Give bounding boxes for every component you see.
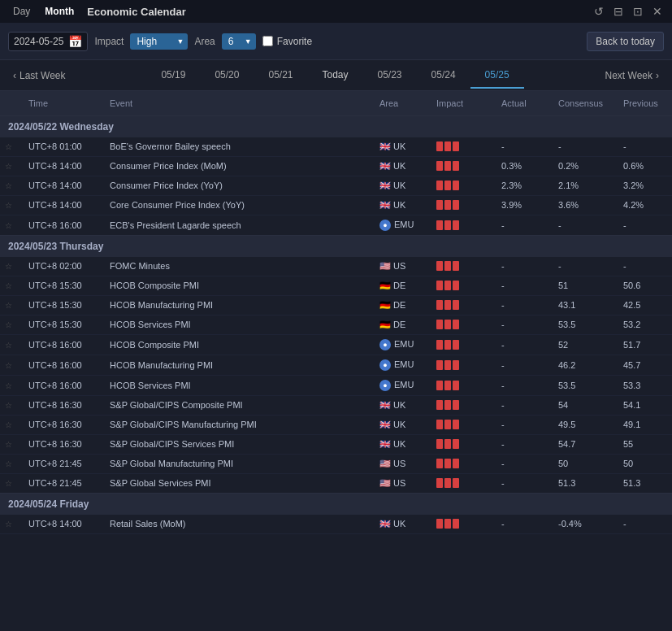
section-header: 2024/05/24 Friday — [0, 493, 672, 515]
impact-cell — [428, 415, 493, 434]
event-cell: BoE's Governor Bailey speech — [102, 137, 371, 157]
app-title: Economic Calendar — [87, 6, 185, 18]
table-row[interactable]: ☆UTC+8 14:00Retail Sales (MoM)🇬🇧 UK--0.4… — [0, 515, 672, 534]
area-cell: 🇬🇧 UK — [371, 156, 428, 176]
impact-cell — [428, 257, 493, 276]
event-cell: FOMC Minutes — [102, 257, 371, 276]
star-cell: ☆ — [0, 257, 20, 276]
previous-cell: 0.6% — [615, 156, 672, 176]
impact-cell — [428, 355, 493, 375]
area-cell: 🇩🇪 DE — [371, 295, 428, 315]
previous-cell: 45.7 — [615, 355, 672, 375]
prev-week-nav[interactable]: ‹ Last Week — [8, 67, 70, 85]
impact-cell — [428, 315, 493, 334]
chevron-right-icon: › — [656, 70, 659, 81]
close-button[interactable]: ✕ — [649, 5, 665, 18]
time-cell: UTC+8 16:30 — [20, 415, 102, 434]
event-cell: Core Consumer Price Index (YoY) — [102, 195, 371, 215]
date-tab-0520[interactable]: 05/20 — [200, 63, 254, 89]
title-bar-controls: ↺ ⊟ ⊡ ✕ — [591, 5, 665, 18]
date-picker[interactable]: 2024-05-25 📅 — [8, 32, 88, 51]
impact-cell — [428, 295, 493, 315]
actual-cell: 3.9% — [493, 195, 550, 215]
minimize-button[interactable]: ⊟ — [610, 5, 626, 18]
actual-cell: 0.3% — [493, 156, 550, 176]
date-tab-0525[interactable]: 05/25 — [470, 63, 524, 89]
table-row[interactable]: ☆UTC+8 16:00HCOB Composite PMI●EMU-5251.… — [0, 334, 672, 355]
star-cell: ☆ — [0, 454, 20, 473]
table-row[interactable]: ☆UTC+8 14:00Consumer Price Index (YoY)🇬🇧… — [0, 176, 672, 195]
actual-cell: - — [493, 415, 550, 434]
toolbar: 2024-05-25 📅 Impact High Medium Low Area… — [0, 23, 672, 60]
col-star — [0, 91, 20, 115]
previous-cell: 42.5 — [615, 295, 672, 315]
area-select[interactable]: 6 All — [222, 33, 256, 50]
table-row[interactable]: ☆UTC+8 14:00Consumer Price Index (MoM)🇬🇧… — [0, 156, 672, 176]
table-row[interactable]: ☆UTC+8 01:00BoE's Governor Bailey speech… — [0, 137, 672, 157]
table-row[interactable]: ☆UTC+8 15:30HCOB Manufacturing PMI🇩🇪 DE-… — [0, 295, 672, 315]
table-row[interactable]: ☆UTC+8 16:00HCOB Services PMI●EMU-53.553… — [0, 375, 672, 395]
time-cell: UTC+8 15:30 — [20, 315, 102, 334]
star-cell: ☆ — [0, 375, 20, 395]
date-tab-0521[interactable]: 05/21 — [254, 63, 307, 89]
tab-month[interactable]: Month — [38, 4, 80, 19]
area-cell: ●EMU — [371, 375, 428, 395]
actual-cell: 2.3% — [493, 176, 550, 195]
impact-select[interactable]: High Medium Low — [130, 33, 188, 50]
date-tab-0523[interactable]: 05/23 — [363, 63, 417, 89]
time-cell: UTC+8 14:00 — [20, 156, 102, 176]
time-cell: UTC+8 21:45 — [20, 473, 102, 493]
table-row[interactable]: ☆UTC+8 16:00HCOB Manufacturing PMI●EMU-4… — [0, 355, 672, 375]
date-tab-0524[interactable]: 05/24 — [417, 63, 470, 89]
table-row[interactable]: ☆UTC+8 16:30S&P Global/CIPS Services PMI… — [0, 434, 672, 454]
impact-select-wrapper: High Medium Low — [130, 33, 188, 50]
previous-cell: 4.2% — [615, 195, 672, 215]
maximize-button[interactable]: ⊡ — [630, 5, 646, 18]
consensus-cell: 50 — [550, 454, 615, 473]
prev-week-label: Last Week — [20, 70, 65, 81]
economic-calendar-table: Time Event Area Impact Actual Consensus … — [0, 91, 672, 534]
favorite-checkbox-label[interactable]: Favorite — [262, 36, 312, 47]
section-header: 2024/05/22 Wednesday — [0, 115, 672, 137]
consensus-cell: 52 — [550, 334, 615, 355]
star-cell: ☆ — [0, 473, 20, 493]
actual-cell: - — [493, 137, 550, 157]
impact-cell — [428, 276, 493, 295]
actual-cell: - — [493, 257, 550, 276]
date-tab-0519[interactable]: 05/19 — [146, 63, 200, 89]
tab-day[interactable]: Day — [7, 4, 37, 19]
actual-cell: - — [493, 434, 550, 454]
consensus-cell: 53.5 — [550, 375, 615, 395]
time-cell: UTC+8 14:00 — [20, 195, 102, 215]
actual-cell: - — [493, 515, 550, 534]
event-cell: HCOB Services PMI — [102, 315, 371, 334]
back-to-today-button[interactable]: Back to today — [587, 32, 664, 51]
area-cell: ●EMU — [371, 355, 428, 375]
table-row[interactable]: ☆UTC+8 21:45S&P Global Services PMI🇺🇸 US… — [0, 473, 672, 493]
next-week-nav[interactable]: Next Week › — [600, 67, 664, 85]
table-row[interactable]: ☆UTC+8 15:30HCOB Composite PMI🇩🇪 DE-5150… — [0, 276, 672, 295]
table-row[interactable]: ☆UTC+8 16:30S&P Global/CIPS Composite PM… — [0, 395, 672, 415]
favorite-label: Favorite — [277, 36, 312, 47]
actual-cell: - — [493, 454, 550, 473]
rotate-button[interactable]: ↺ — [591, 5, 607, 18]
view-tabs: Day Month — [7, 4, 80, 19]
area-cell: 🇩🇪 DE — [371, 315, 428, 334]
table-row[interactable]: ☆UTC+8 14:00Core Consumer Price Index (Y… — [0, 195, 672, 215]
col-previous: Previous — [615, 91, 672, 115]
star-cell: ☆ — [0, 176, 20, 195]
area-cell: 🇬🇧 UK — [371, 515, 428, 534]
date-tab-today[interactable]: Today — [307, 63, 362, 89]
table-row[interactable]: ☆UTC+8 16:00ECB's President Lagarde spee… — [0, 215, 672, 235]
table-row[interactable]: ☆UTC+8 02:00FOMC Minutes🇺🇸 US--- — [0, 257, 672, 276]
table-row[interactable]: ☆UTC+8 16:30S&P Global/CIPS Manufacturin… — [0, 415, 672, 434]
col-consensus: Consensus — [550, 91, 615, 115]
actual-cell: - — [493, 276, 550, 295]
previous-cell: 49.1 — [615, 415, 672, 434]
actual-cell: - — [493, 315, 550, 334]
favorite-checkbox[interactable] — [262, 36, 273, 46]
table-header-row: Time Event Area Impact Actual Consensus … — [0, 91, 672, 115]
event-cell: ECB's President Lagarde speech — [102, 215, 371, 235]
table-row[interactable]: ☆UTC+8 15:30HCOB Services PMI🇩🇪 DE-53.55… — [0, 315, 672, 334]
table-row[interactable]: ☆UTC+8 21:45S&P Global Manufacturing PMI… — [0, 454, 672, 473]
